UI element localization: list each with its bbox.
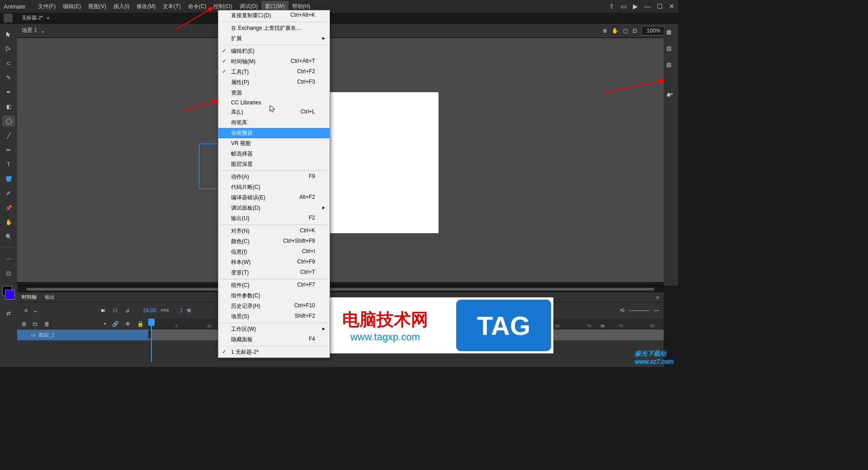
timeline-menu-icon[interactable]: ≡	[656, 295, 659, 300]
loop-icon[interactable]: ⟲	[620, 307, 624, 314]
dd-component-params[interactable]: 组件参数(C)	[218, 291, 330, 301]
more-tools-icon[interactable]: ⋯	[2, 254, 15, 264]
zoom-tool[interactable]: 🔍	[2, 231, 15, 242]
share-icon[interactable]: ⇪	[609, 3, 614, 10]
presets-panel-icon[interactable]: ◉•	[666, 91, 675, 99]
dd-info[interactable]: 信息(I)Ctrl+I	[218, 247, 330, 257]
link-icon[interactable]: 🔗	[112, 321, 119, 327]
layer-parenting-icon[interactable]: ⚇	[113, 307, 118, 314]
menu-view[interactable]: 视图(V)	[85, 1, 110, 12]
chevron-down-icon[interactable]: ⌄	[33, 307, 38, 314]
menu-modify[interactable]: 修改(M)	[133, 1, 159, 12]
delete-layer-icon[interactable]: 🗑	[44, 321, 50, 327]
play-icon[interactable]: ▶	[633, 3, 638, 10]
menu-text[interactable]: 文本(T)	[159, 1, 184, 12]
dd-actions[interactable]: 动作(A)F9	[218, 172, 330, 182]
dd-swatches[interactable]: 样本(W)Ctrl+F9	[218, 257, 330, 268]
workspace-icon[interactable]: ▭	[621, 3, 627, 10]
menu-file[interactable]: 文件(F)	[34, 1, 59, 12]
dd-hide-panels[interactable]: 隐藏面板F4	[218, 334, 330, 345]
dd-components[interactable]: 组件(C)Ctrl+F7	[218, 280, 330, 291]
scene-label[interactable]: 场景 1	[22, 27, 37, 34]
dd-scene[interactable]: 场景(S)Shift+F2	[218, 311, 330, 322]
dd-frame-picker[interactable]: 帧选择器	[218, 149, 330, 159]
properties-panel-icon[interactable]: ▦	[666, 29, 675, 37]
hand-tool[interactable]: ✋	[2, 217, 15, 228]
dd-color[interactable]: 颜色(C)Ctrl+Shift+F9	[218, 236, 330, 247]
dd-align[interactable]: 对齐(N)Ctrl+K	[218, 226, 330, 236]
clip-icon[interactable]: ▢	[623, 28, 628, 34]
dd-output[interactable]: 输出(U)F2	[218, 213, 330, 224]
highlight-icon[interactable]: •	[104, 321, 106, 327]
close-tab-icon[interactable]: ×	[47, 15, 49, 21]
canvas-area[interactable]	[17, 38, 664, 282]
assets-panel-icon[interactable]: ▥	[666, 61, 675, 70]
text-tool[interactable]: T	[2, 159, 15, 170]
fill-color[interactable]	[5, 290, 15, 300]
brush-tool[interactable]: ✎	[2, 72, 15, 83]
library-panel-icon[interactable]: ▤	[666, 45, 675, 53]
graph-icon[interactable]: ⊿	[125, 307, 129, 314]
camera-tool[interactable]: 📌	[2, 202, 15, 213]
dd-timeline[interactable]: ✓时间轴(M)Ctrl+Alt+T	[218, 56, 330, 67]
dd-brush-library[interactable]: 画笔库	[218, 118, 330, 128]
visibility-icon[interactable]: 👁	[125, 321, 131, 327]
pen-tool[interactable]: ✒	[2, 87, 15, 98]
subselection-tool[interactable]	[2, 43, 15, 54]
fps-value[interactable]: 24.00	[143, 307, 156, 314]
tab-timeline[interactable]: 时间轴	[22, 294, 37, 301]
dd-extensions[interactable]: 扩展▸	[218, 33, 330, 44]
menu-insert[interactable]: 插入(I)	[110, 1, 133, 12]
dd-animation-presets[interactable]: 动画预设	[218, 128, 330, 138]
dd-transform[interactable]: 变形(T)Ctrl+T	[218, 268, 330, 278]
layer-name-cell[interactable]: ▭ 图层_1	[17, 329, 148, 340]
eyedropper-tool[interactable]: ✐	[2, 188, 15, 199]
dd-debug-panels[interactable]: 调试面板(D)▸	[218, 203, 330, 213]
minimize-icon[interactable]: —	[644, 3, 651, 10]
horizontal-scrollbar[interactable]	[17, 286, 664, 292]
add-folder-icon[interactable]: 🗀	[33, 321, 38, 327]
oval-tool[interactable]: ◯	[2, 116, 15, 127]
dd-history[interactable]: 历史记录(H)Ctrl+F10	[218, 301, 330, 311]
dd-edit-bar[interactable]: ✓编辑栏(E)	[218, 46, 330, 56]
close-window-icon[interactable]: ✕	[669, 3, 675, 10]
fit-slider-icon[interactable]: —	[654, 307, 659, 314]
dd-assets[interactable]: 资源	[218, 88, 330, 98]
eraser-tool[interactable]: ◧	[2, 101, 15, 112]
dd-doc-untitled[interactable]: ✓1 无标题-2*	[218, 347, 330, 357]
dd-compiler-errors[interactable]: 编译器错误(E)Alt+F2	[218, 193, 330, 203]
timeline-slider[interactable]: ◦———◦	[629, 307, 649, 314]
lock-icon[interactable]: 🔒	[137, 321, 144, 327]
swap-colors-icon[interactable]: ⇄	[2, 308, 15, 319]
dd-find-extensions[interactable]: 在 Exchange 上查找扩展名...	[218, 23, 330, 33]
add-layer-icon[interactable]: ⊞	[22, 321, 26, 327]
scene-dropdown-icon[interactable]: ⌄	[41, 28, 45, 34]
lasso-tool[interactable]: ⊂	[2, 58, 15, 69]
rotate-icon[interactable]: ✋	[612, 28, 618, 34]
menu-commands[interactable]: 命令(C)	[184, 1, 210, 12]
center-stage-icon[interactable]: ⊕	[603, 28, 607, 34]
layers-icon[interactable]: ≡	[24, 307, 28, 314]
zoom-level[interactable]: 100%	[642, 26, 665, 35]
camera-icon[interactable]: ■ι	[101, 307, 105, 314]
menu-edit[interactable]: 编辑(E)	[59, 1, 85, 12]
tab-output[interactable]: 输出	[45, 294, 55, 301]
dd-vr-view[interactable]: VR 视图	[218, 138, 330, 149]
playhead[interactable]	[148, 319, 155, 341]
pencil-tool[interactable]: ✏	[2, 145, 15, 155]
home-icon[interactable]	[4, 14, 13, 23]
dd-workspace[interactable]: 工作区(W)▸	[218, 324, 330, 334]
paint-bucket-tool[interactable]: 🪣	[2, 174, 15, 184]
dd-layer-depth[interactable]: 图层深度	[218, 159, 330, 169]
dd-code-snippets[interactable]: 代码片断(C)	[218, 182, 330, 193]
frame-value[interactable]: 1	[179, 307, 183, 314]
dd-tools[interactable]: ✓工具(T)Ctrl+F2	[218, 67, 330, 77]
line-tool[interactable]: ╱	[2, 130, 15, 141]
dd-properties[interactable]: 属性(P)Ctrl+F3	[218, 77, 330, 88]
layer-name[interactable]: 图层_1	[39, 332, 54, 338]
maximize-icon[interactable]: ☐	[657, 3, 663, 10]
options-icon[interactable]: ⊡	[2, 268, 15, 279]
document-tab[interactable]: 无标题-2* ×	[17, 14, 54, 22]
selection-tool[interactable]	[2, 29, 15, 40]
fit-icon[interactable]: ⊡	[632, 28, 637, 34]
